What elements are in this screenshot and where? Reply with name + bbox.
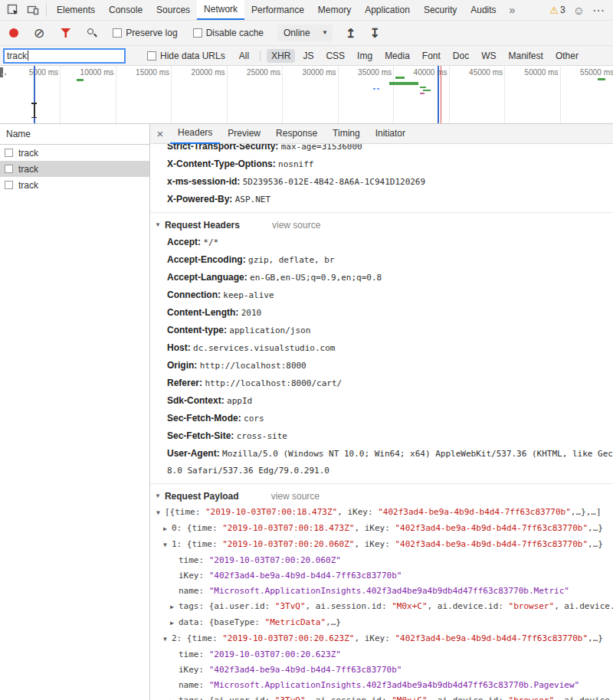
more-tabs-icon[interactable]: » <box>503 0 522 20</box>
header-row: Sec-Fetch-Mode: cors <box>150 410 613 427</box>
header-name: Sdk-Context: <box>167 395 225 406</box>
payload-row: ▶tags: {ai.user.id: "3TvQ", ai.session.i… <box>150 693 613 700</box>
header-value: cross-site <box>237 431 287 441</box>
settings-menu-icon[interactable]: ⋯ <box>592 3 605 18</box>
inspect-element-icon[interactable] <box>3 0 23 20</box>
json-key: , iKey: <box>337 507 378 517</box>
json-key: , ai.device.ty <box>554 695 613 700</box>
preserve-log-checkbox[interactable] <box>113 28 122 38</box>
header-name: Accept-Language: <box>167 272 247 283</box>
throttling-select[interactable]: Online ▼ <box>277 25 333 41</box>
tab-memory[interactable]: Memory <box>311 0 358 20</box>
header-name: Host: <box>167 342 191 353</box>
export-har-icon[interactable]: ↧ <box>369 26 379 41</box>
header-row: X-Powered-By: ASP.NET <box>150 191 613 208</box>
filter-input[interactable]: track <box>3 48 126 64</box>
filter-type-js[interactable]: JS <box>298 49 318 63</box>
header-name: X-Content-Type-Options: <box>167 159 276 169</box>
device-toolbar-icon[interactable] <box>23 0 43 20</box>
import-har-icon[interactable]: ↥ <box>346 26 356 41</box>
section-divider <box>150 483 613 484</box>
filter-type-xhr[interactable]: XHR <box>267 49 295 63</box>
request-headers-section-header[interactable]: ▼ Request Headers view source <box>150 217 613 234</box>
triangle-expanded-icon[interactable]: ▼ <box>163 538 172 553</box>
disable-cache-toggle[interactable]: Disable cache <box>193 28 264 38</box>
request-bar <box>598 78 605 80</box>
timeline-gridline <box>171 66 172 123</box>
detail-tab-timing[interactable]: Timing <box>325 124 368 144</box>
view-source-link[interactable]: view source <box>272 217 320 234</box>
tab-network[interactable]: Network <box>197 0 244 20</box>
filter-icon[interactable] <box>61 28 70 38</box>
tab-audits[interactable]: Audits <box>464 0 503 20</box>
detail-tab-response[interactable]: Response <box>268 124 325 144</box>
clear-icon[interactable]: ⊘ <box>34 27 44 40</box>
request-checkbox[interactable] <box>5 181 13 189</box>
filter-type-css[interactable]: CSS <box>321 49 349 63</box>
view-source-link[interactable]: view source <box>271 488 320 505</box>
json-string: "402f3ad4-be9a-4b9d-b4d4-7ff63c83770b" <box>395 539 588 549</box>
close-icon[interactable]: × <box>150 127 170 140</box>
name-column-header[interactable]: Name <box>0 124 149 145</box>
triangle-collapsed-icon[interactable]: ▶ <box>163 522 172 537</box>
filter-type-font[interactable]: Font <box>418 49 445 63</box>
timeline-tick-label: 10000 ms <box>80 68 116 77</box>
request-payload-section-header[interactable]: ▼ Request Payload view source <box>150 488 613 505</box>
filter-type-doc[interactable]: Doc <box>448 49 474 63</box>
hide-data-urls-toggle[interactable]: Hide data URLs <box>147 51 225 61</box>
feedback-icon[interactable]: ☺ <box>573 4 585 17</box>
header-value: http://localhost:8000 <box>200 361 306 371</box>
request-row[interactable]: track <box>0 177 149 193</box>
section-title: Request Headers <box>165 217 240 234</box>
json-string: "402f3ad4-be9a-4b9d-b4d4-7ff63c83770b" <box>395 633 588 643</box>
payload-row: ▶data: {baseType: "MetricData",…} <box>150 615 613 631</box>
disable-cache-checkbox[interactable] <box>193 28 202 38</box>
headers-content[interactable]: Strict-Transport-Security: max-age=31536… <box>150 144 613 700</box>
throttling-value: Online <box>284 28 310 38</box>
filter-type-all[interactable]: All <box>234 49 254 63</box>
json-string: "Microsoft.ApplicationInsights.402f3ad4b… <box>209 586 569 596</box>
payload-row: iKey: "402f3ad4-be9a-4b9d-b4d4-7ff63c837… <box>150 662 613 678</box>
triangle-expanded-icon[interactable]: ▼ <box>155 217 161 234</box>
requests-panel: Name tracktracktrack <box>0 124 150 700</box>
record-button[interactable] <box>9 28 18 38</box>
request-checkbox[interactable] <box>5 165 13 173</box>
tab-security[interactable]: Security <box>417 0 464 20</box>
request-checkbox[interactable] <box>5 149 13 157</box>
filter-type-media[interactable]: Media <box>380 49 415 63</box>
detail-tab-initiator[interactable]: Initiator <box>368 124 413 144</box>
json-key: , iKey: <box>354 633 395 643</box>
warning-count: 3 <box>560 5 565 15</box>
network-overview-timeline[interactable]: 5000 ms10000 ms15000 ms20000 ms25000 ms3… <box>0 66 613 124</box>
filter-type-ws[interactable]: WS <box>477 49 500 63</box>
request-bar <box>423 90 431 91</box>
warning-icon[interactable]: ⚠ <box>549 5 559 16</box>
header-row: Strict-Transport-Security: max-age=31536… <box>150 144 613 155</box>
triangle-expanded-icon[interactable]: ▼ <box>156 505 165 521</box>
tab-console[interactable]: Console <box>102 0 149 20</box>
triangle-collapsed-icon[interactable]: ▶ <box>170 616 179 631</box>
triangle-expanded-icon[interactable]: ▼ <box>163 632 172 647</box>
preserve-log-toggle[interactable]: Preserve log <box>113 28 177 38</box>
request-row[interactable]: track <box>0 161 149 177</box>
triangle-expanded-icon[interactable]: ▼ <box>155 488 161 505</box>
tab-elements[interactable]: Elements <box>50 0 102 20</box>
payload-row: ▼[{time: "2019-10-03T07:00:18.473Z", iKe… <box>150 505 613 521</box>
triangle-collapsed-icon[interactable]: ▶ <box>170 694 179 700</box>
filter-type-img[interactable]: Img <box>352 49 377 63</box>
json-key: ,…},…] <box>571 507 602 517</box>
request-row[interactable]: track <box>0 145 149 161</box>
tab-application[interactable]: Application <box>358 0 417 20</box>
triangle-collapsed-icon[interactable]: ▶ <box>170 600 179 615</box>
preserve-log-label: Preserve log <box>126 28 177 38</box>
search-icon[interactable] <box>86 27 98 39</box>
hide-data-urls-checkbox[interactable] <box>147 51 156 61</box>
timeline-gridline <box>504 66 505 123</box>
hide-data-urls-label: Hide data URLs <box>160 51 225 61</box>
filter-type-other[interactable]: Other <box>551 49 583 63</box>
filter-type-manifest[interactable]: Manifest <box>504 49 548 63</box>
detail-tab-preview[interactable]: Preview <box>220 124 268 144</box>
detail-tab-headers[interactable]: Headers <box>170 124 220 144</box>
tab-sources[interactable]: Sources <box>149 0 197 20</box>
tab-performance[interactable]: Performance <box>244 0 311 20</box>
